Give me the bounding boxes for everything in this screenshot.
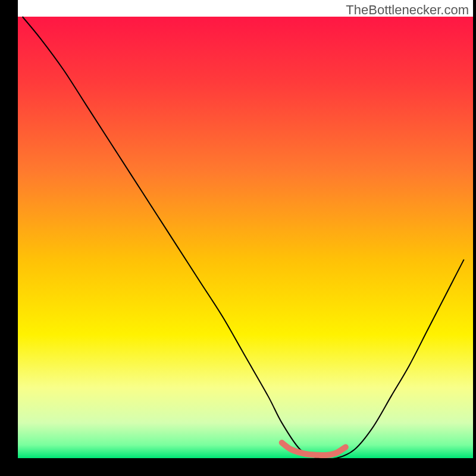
frame-left: [0, 0, 18, 476]
chart-container: TheBottlenecker.com: [0, 0, 476, 476]
gradient-background: [18, 17, 473, 458]
bottleneck-chart: [0, 0, 476, 476]
frame-bottom: [0, 458, 476, 476]
frame-right: [473, 0, 476, 476]
watermark-text: TheBottlenecker.com: [346, 2, 469, 18]
